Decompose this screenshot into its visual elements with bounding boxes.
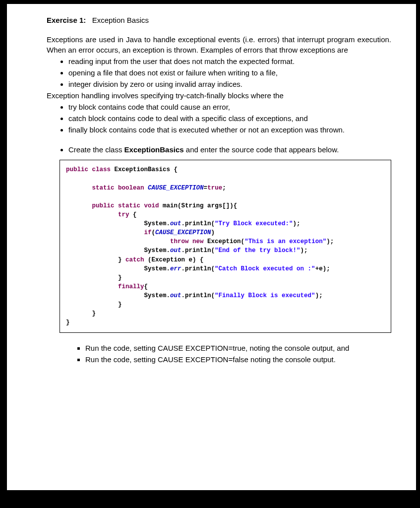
code-keyword: static [118, 202, 140, 209]
code-var: CAUSE_EXCEPTION [155, 229, 211, 236]
code-text: ) [211, 229, 215, 236]
code-text: System. [144, 292, 171, 299]
code-var: out [170, 292, 181, 299]
create-instruction: Create the class ExceptionBasics and ent… [47, 144, 391, 155]
list-item: Run the code, setting CAUSE EXCEPTION=fa… [85, 354, 391, 365]
code-text: System. [144, 220, 171, 227]
code-block: public class ExceptionBasics { static bo… [60, 160, 391, 332]
code-text: main(String args[]){ [163, 202, 237, 209]
code-text: .println( [181, 292, 215, 299]
code-keyword: true [207, 185, 222, 191]
code-string: "Finally Block is executed" [215, 292, 315, 299]
code-text: ; [222, 185, 226, 191]
code-text: } [118, 301, 122, 308]
code-text: { [144, 283, 148, 290]
exercise-name [88, 16, 92, 24]
code-var: out [170, 220, 181, 227]
code-string: "This is an exception" [244, 238, 326, 245]
code-text: Exception( [207, 238, 244, 245]
document-page: Exercise 1: Exception Basics Exceptions … [7, 4, 416, 490]
code-keyword: public [92, 202, 115, 209]
list-item: opening a file that does not exist or fa… [68, 67, 391, 78]
blocks-list: try block contains code that could cause… [47, 102, 391, 135]
code-text: } [118, 256, 122, 263]
list-item: catch block contains code to deal with a… [68, 113, 391, 124]
code-var: err [170, 265, 181, 272]
code-text: +e); [315, 265, 330, 272]
code-text: .println( [181, 247, 215, 254]
code-text: System. [144, 247, 171, 254]
run-instructions: Run the code, setting CAUSE EXCEPTION=tr… [63, 343, 391, 366]
exercise-label: Exercise 1: [47, 16, 86, 24]
code-keyword: void [144, 202, 159, 209]
code-var: CAUSE_EXCEPTION [148, 185, 204, 191]
code-keyword: class [92, 166, 111, 173]
code-keyword: new [192, 238, 204, 245]
code-text: { [129, 211, 137, 218]
code-string: "Try Block executed:" [215, 220, 293, 227]
examples-list: reading input from the user that does no… [47, 56, 391, 89]
list-item: Run the code, setting CAUSE EXCEPTION=tr… [85, 343, 391, 354]
code-keyword: boolean [118, 185, 144, 191]
code-string: "End of the try block!" [215, 247, 300, 254]
exercise-subtitle: Exception Basics [92, 16, 149, 24]
code-keyword: catch [125, 256, 144, 263]
code-keyword: if [144, 229, 152, 236]
handling-intro: Exception handling involves specifying t… [47, 90, 391, 101]
code-string: "Catch Block executed on :" [215, 265, 315, 272]
code-text: = [204, 185, 208, 191]
code-text: .println( [181, 265, 215, 272]
intro-paragraph: Exceptions are used in Java to handle ex… [47, 34, 391, 55]
code-text: ); [300, 247, 308, 254]
code-text: (Exception e) { [144, 256, 204, 263]
code-text: ); [293, 220, 300, 227]
code-text: ); [315, 292, 323, 299]
exercise-heading: Exercise 1: Exception Basics [47, 16, 391, 24]
list-item: try block contains code that could cause… [68, 102, 391, 113]
code-text: ExceptionBasics { [115, 166, 178, 173]
list-item: reading input from the user that does no… [68, 56, 391, 67]
code-keyword: try [118, 211, 129, 218]
code-keyword: public [66, 166, 88, 173]
code-text: ); [326, 238, 334, 245]
list-item: Create the class ExceptionBasics and ent… [68, 144, 391, 155]
code-text: } [92, 310, 96, 317]
create-class-name: ExceptionBasics [124, 145, 184, 154]
list-item: finally block contains code that is exec… [68, 125, 391, 135]
create-text-post: and enter the source code that appears b… [184, 145, 339, 154]
create-text-pre: Create the class [68, 145, 124, 154]
code-keyword: throw [170, 238, 189, 245]
code-keyword: static [92, 185, 115, 191]
code-var: out [170, 247, 181, 254]
code-text: } [66, 319, 70, 326]
code-keyword: finally [118, 283, 144, 290]
list-item: integer division by zero or using invali… [68, 79, 391, 90]
code-text: .println( [181, 220, 215, 227]
code-text: System. [144, 265, 171, 272]
code-text: } [118, 274, 122, 281]
code-text: ( [152, 229, 156, 236]
